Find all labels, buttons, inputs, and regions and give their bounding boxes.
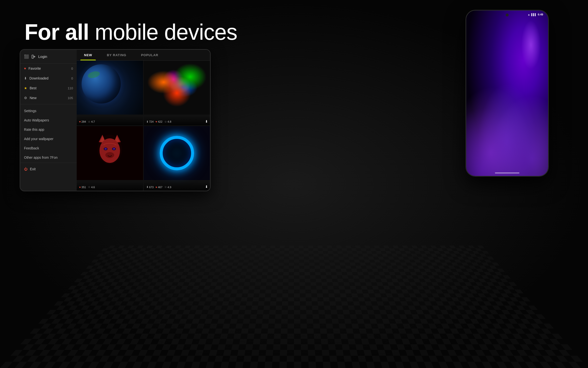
colorful-image [144,61,210,115]
sidebar-downloaded-label: Downloaded [29,76,49,80]
colorful-stats: ⬇ 724 ♥ 422 ☆ 4.8 [144,115,210,125]
other-apps-label: Other apps from 7Fon [24,156,58,159]
wolf-stats: ♥ 351 ☆ 4.6 [77,181,143,191]
wallpaper-colorful[interactable]: ⬇ 724 ♥ 422 ☆ 4.8 ⬇ [144,61,210,125]
wolf-likes-stat: ♥ 351 [79,186,86,189]
wolf-svg [94,130,126,167]
sidebar-exit[interactable]: ⏻ Exit [20,164,77,174]
wolf-likes: 351 [82,186,86,189]
tab-by-rating[interactable]: BY RATING [99,50,134,60]
wallpaper-portal[interactable]: ⬇ 673 ♥ 467 ☆ 4.9 ⬇ [144,126,210,191]
phone-wallpaper [466,11,548,176]
sidebar-auto-wallpapers[interactable]: Auto Wallpapers [20,115,77,124]
heart-stat-icon4: ♥ [156,186,157,189]
colorful-downloads: 724 [149,120,154,123]
exit-label: Exit [30,167,36,171]
sidebar-login[interactable]: ⬛ Login [20,50,77,64]
star-stat-icon2: ☆ [164,120,167,123]
sidebar-item-downloaded[interactable]: ⬇ Downloaded 0 [20,73,77,83]
sidebar-new-count: 105 [68,96,73,100]
download-stat-icon2: ⬇ [146,185,148,189]
sidebar-feedback[interactable]: Feedback [20,143,77,152]
app-ui: ⬛ Login ♥ Favorite 0 ⬇ Downloaded [20,50,210,191]
sidebar-item-favorite[interactable]: ♥ Favorite 0 [20,64,77,73]
sidebar: ⬛ Login ♥ Favorite 0 ⬇ Downloaded [20,50,77,191]
wolf-image [77,126,143,180]
power-icon: ⏻ [24,167,27,171]
tablet-side-button [20,94,20,106]
tab-popular[interactable]: POPULAR [134,50,166,60]
auto-wallpapers-label: Auto Wallpapers [24,118,49,122]
sidebar-settings[interactable]: Settings [20,105,77,115]
earth-image [77,61,143,115]
sidebar-favorite-label: Favorite [28,66,41,70]
wallpaper-earth[interactable]: ♥ 284 ☆ 4.7 [77,61,143,125]
colorful-rating: 4.8 [168,120,171,123]
star-filled-icon: ★ [24,86,27,90]
svg-point-14 [105,152,114,158]
colorful-likes-stat: ♥ 422 [156,120,162,123]
heart-icon: ♥ [24,66,26,70]
star-stat-icon4: ☆ [164,185,167,189]
star-stat-icon3: ☆ [88,185,90,189]
sidebar-add-wallpaper[interactable]: Add your wallpaper [20,133,77,143]
login-arrow-icon [31,54,36,59]
colorful-download-btn[interactable]: ⬇ [205,119,208,123]
sidebar-divider-1 [20,104,77,104]
gear-icon: ⚙ [24,96,27,100]
download-stat-icon: ⬇ [146,120,148,123]
tabs-bar: NEW BY RATING POPULAR [77,50,210,61]
heart-stat-icon: ♥ [79,120,81,123]
colorful-splash [144,61,210,115]
heading-light: mobile devices [89,20,237,44]
feedback-label: Feedback [24,146,39,150]
portal-ring [160,136,194,170]
portal-downloads-stat: ⬇ 673 [146,185,154,189]
sidebar-downloaded-left: ⬇ Downloaded [24,76,49,80]
wifi-icon: ▲ [528,13,530,16]
portal-image [144,126,210,180]
phone-device: ▲ ▌▌▌ 6:49 [466,10,549,177]
portal-download-btn[interactable]: ⬇ [205,185,208,189]
phone-time: 6:49 [538,13,543,16]
tab-new[interactable]: NEW [77,50,99,60]
wallpaper-grid: ♥ 284 ☆ 4.7 [77,61,210,191]
sidebar-new-left: ⚙ New [24,96,37,100]
sidebar-rate-app[interactable]: Rate this app [20,124,77,133]
sidebar-best-count: 110 [68,86,73,90]
phone-smoke-accent [521,20,541,69]
sidebar-favorite-count: 0 [71,67,73,70]
wallpaper-wolf[interactable]: ♥ 351 ☆ 4.6 [77,126,143,191]
wolf-rating: 4.6 [91,186,95,189]
sidebar-new-label: New [30,96,37,100]
sidebar-other-apps[interactable]: Other apps from 7Fon [20,152,77,161]
portal-stats: ⬇ 673 ♥ 467 ☆ 4.9 [144,181,210,191]
sidebar-divider-2 [20,163,77,163]
portal-downloads: 673 [149,186,154,189]
rate-app-label: Rate this app [24,128,44,131]
signal-icon: ▌▌▌ [531,13,537,16]
earth-rating: 4.7 [91,120,95,123]
earth-planet [82,64,121,104]
sidebar-item-new[interactable]: ⚙ New 105 [20,93,77,103]
settings-label: Settings [24,109,37,113]
tablet-device: ⬛ Login ♥ Favorite 0 ⬇ Downloaded [20,49,211,191]
portal-likes-stat: ♥ 467 [156,186,162,189]
phone-status-bar: ▲ ▌▌▌ 6:49 [528,13,543,16]
svg-point-12 [114,148,115,149]
earth-rating-stat: ☆ 4.7 [88,120,95,123]
heart-stat-icon2: ♥ [156,120,157,123]
earth-likes: 284 [82,120,86,123]
sidebar-exit-left: ⏻ Exit [24,167,36,171]
sidebar-favorite-left: ♥ Favorite [24,66,41,70]
sidebar-best-left: ★ Best [24,86,37,90]
earth-stats: ♥ 284 ☆ 4.7 [77,115,143,125]
main-content: NEW BY RATING POPULAR [77,50,210,191]
add-wallpaper-label: Add your wallpaper [24,137,53,141]
main-heading: For all mobile devices [24,20,237,45]
sidebar-item-best[interactable]: ★ Best 110 [20,83,77,93]
login-icon: ⬛ [24,54,29,59]
download-icon: ⬇ [24,76,27,80]
heading-bold: For all [24,20,89,44]
earth-likes-stat: ♥ 284 [79,120,86,123]
